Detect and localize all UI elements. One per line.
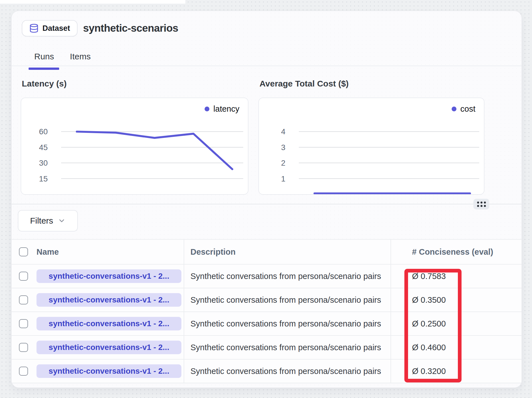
row-checkbox[interactable] [19, 343, 28, 352]
column-header-name: Name [37, 247, 59, 257]
tab-bar: Runs Items [34, 52, 91, 61]
run-name-link[interactable]: synthetic-conversations-v1 - 2... [37, 341, 181, 354]
tab-runs[interactable]: Runs [34, 52, 54, 61]
table-row: synthetic-conversations-v1 - 2... Synthe… [12, 312, 522, 336]
run-name-link[interactable]: synthetic-conversations-v1 - 2... [37, 293, 181, 307]
row-checkbox[interactable] [19, 295, 28, 304]
page-header: Dataset synthetic-scenarios [22, 20, 178, 36]
run-name-link[interactable]: synthetic-conversations-v1 - 2... [37, 317, 181, 330]
table-row: synthetic-conversations-v1 - 2... Synthe… [12, 288, 522, 312]
database-icon [29, 23, 39, 33]
svg-text:45: 45 [39, 143, 48, 152]
conciseness-value: Ø 0.4600 [412, 343, 446, 352]
run-description: Synthetic conversations from persona/sce… [190, 319, 381, 328]
chevron-down-icon [58, 217, 66, 225]
svg-text:3: 3 [281, 143, 285, 152]
conciseness-value: Ø 0.3500 [412, 295, 446, 304]
runs-table: Name Description # Conciseness (eval) sy… [12, 239, 522, 383]
latency-chart-card: latency 60453015 [21, 98, 248, 195]
cost-legend-label: cost [460, 104, 475, 114]
top-strip [0, 0, 185, 4]
resize-grip-handle[interactable] [473, 199, 489, 209]
column-header-description: Description [190, 247, 236, 257]
svg-text:15: 15 [39, 174, 48, 183]
page-title: synthetic-scenarios [83, 22, 178, 34]
grip-dots-icon [477, 202, 486, 207]
cost-line-chart: 4321 [259, 98, 484, 194]
filters-button-label: Filters [30, 216, 53, 226]
run-description: Synthetic conversations from persona/sce… [190, 295, 381, 305]
tab-items[interactable]: Items [70, 52, 91, 61]
column-header-conciseness: # Conciseness (eval) [412, 247, 493, 256]
conciseness-value: Ø 0.3200 [412, 367, 446, 376]
conciseness-value: Ø 0.7583 [412, 272, 446, 281]
latency-legend: latency [205, 104, 239, 114]
latency-chart-title: Latency (s) [22, 79, 66, 88]
dataset-badge-label: Dataset [42, 24, 70, 33]
run-name-link[interactable]: synthetic-conversations-v1 - 2... [37, 269, 181, 283]
svg-text:60: 60 [39, 127, 48, 136]
table-row: synthetic-conversations-v1 - 2... Synthe… [12, 336, 522, 360]
run-description: Synthetic conversations from persona/sce… [190, 367, 381, 376]
tabs-divider [12, 66, 522, 66]
table-row: synthetic-conversations-v1 - 2... Synthe… [12, 265, 522, 288]
section-divider [12, 204, 522, 204]
cost-chart-title: Average Total Cost ($) [259, 79, 349, 88]
row-checkbox[interactable] [19, 319, 28, 328]
svg-text:4: 4 [281, 127, 285, 136]
dataset-page-card: Dataset synthetic-scenarios Runs Items L… [11, 11, 522, 388]
latency-legend-dot [205, 107, 209, 111]
cost-legend: cost [452, 104, 475, 114]
run-description: Synthetic conversations from persona/sce… [190, 272, 381, 281]
table-row: synthetic-conversations-v1 - 2... Synthe… [12, 360, 522, 383]
svg-text:2: 2 [281, 159, 285, 167]
cost-legend-dot [452, 107, 456, 111]
filters-button[interactable]: Filters [18, 210, 78, 232]
row-checkbox[interactable] [19, 272, 28, 281]
row-checkbox[interactable] [19, 367, 28, 376]
svg-text:1: 1 [281, 174, 285, 183]
svg-text:30: 30 [39, 159, 48, 167]
conciseness-value: Ø 0.2500 [412, 319, 446, 328]
select-all-checkbox[interactable] [19, 247, 28, 256]
cost-chart-card: cost 4321 [258, 98, 484, 195]
table-header-row: Name Description # Conciseness (eval) [12, 240, 522, 265]
latency-legend-label: latency [213, 104, 239, 114]
dataset-badge: Dataset [22, 20, 78, 36]
run-name-link[interactable]: synthetic-conversations-v1 - 2... [37, 364, 181, 378]
run-description: Synthetic conversations from persona/sce… [190, 343, 381, 352]
